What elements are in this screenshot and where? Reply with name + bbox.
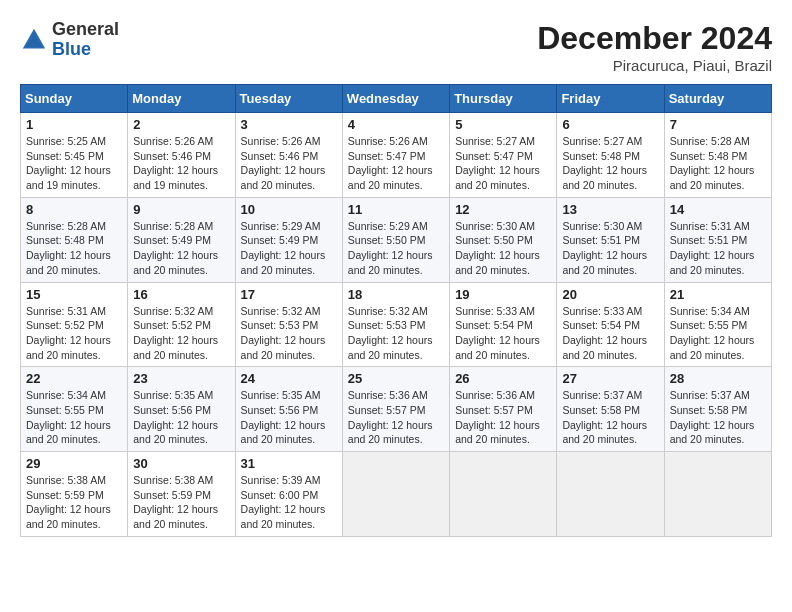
day-number: 28 xyxy=(670,371,766,386)
calendar-cell xyxy=(557,452,664,537)
day-info: Sunrise: 5:27 AM Sunset: 5:48 PM Dayligh… xyxy=(562,134,658,193)
month-title: December 2024 xyxy=(537,20,772,57)
calendar-cell: 3Sunrise: 5:26 AM Sunset: 5:46 PM Daylig… xyxy=(235,113,342,198)
calendar-cell: 29Sunrise: 5:38 AM Sunset: 5:59 PM Dayli… xyxy=(21,452,128,537)
day-header-friday: Friday xyxy=(557,85,664,113)
calendar-table: SundayMondayTuesdayWednesdayThursdayFrid… xyxy=(20,84,772,537)
calendar-cell: 19Sunrise: 5:33 AM Sunset: 5:54 PM Dayli… xyxy=(450,282,557,367)
day-number: 8 xyxy=(26,202,122,217)
day-info: Sunrise: 5:28 AM Sunset: 5:49 PM Dayligh… xyxy=(133,219,229,278)
day-number: 25 xyxy=(348,371,444,386)
day-number: 7 xyxy=(670,117,766,132)
day-info: Sunrise: 5:34 AM Sunset: 5:55 PM Dayligh… xyxy=(670,304,766,363)
day-info: Sunrise: 5:25 AM Sunset: 5:45 PM Dayligh… xyxy=(26,134,122,193)
day-number: 3 xyxy=(241,117,337,132)
calendar-cell: 13Sunrise: 5:30 AM Sunset: 5:51 PM Dayli… xyxy=(557,197,664,282)
day-header-sunday: Sunday xyxy=(21,85,128,113)
calendar-cell: 23Sunrise: 5:35 AM Sunset: 5:56 PM Dayli… xyxy=(128,367,235,452)
day-number: 14 xyxy=(670,202,766,217)
day-number: 31 xyxy=(241,456,337,471)
calendar-cell xyxy=(342,452,449,537)
calendar-cell: 31Sunrise: 5:39 AM Sunset: 6:00 PM Dayli… xyxy=(235,452,342,537)
day-number: 5 xyxy=(455,117,551,132)
day-info: Sunrise: 5:33 AM Sunset: 5:54 PM Dayligh… xyxy=(455,304,551,363)
calendar-cell: 28Sunrise: 5:37 AM Sunset: 5:58 PM Dayli… xyxy=(664,367,771,452)
page-header: General Blue December 2024 Piracuruca, P… xyxy=(20,20,772,74)
day-info: Sunrise: 5:26 AM Sunset: 5:46 PM Dayligh… xyxy=(133,134,229,193)
calendar-cell: 10Sunrise: 5:29 AM Sunset: 5:49 PM Dayli… xyxy=(235,197,342,282)
day-number: 6 xyxy=(562,117,658,132)
day-info: Sunrise: 5:29 AM Sunset: 5:49 PM Dayligh… xyxy=(241,219,337,278)
day-info: Sunrise: 5:29 AM Sunset: 5:50 PM Dayligh… xyxy=(348,219,444,278)
day-number: 4 xyxy=(348,117,444,132)
day-number: 27 xyxy=(562,371,658,386)
calendar-cell xyxy=(450,452,557,537)
logo-icon xyxy=(20,26,48,54)
calendar-cell: 18Sunrise: 5:32 AM Sunset: 5:53 PM Dayli… xyxy=(342,282,449,367)
day-info: Sunrise: 5:39 AM Sunset: 6:00 PM Dayligh… xyxy=(241,473,337,532)
calendar-cell: 25Sunrise: 5:36 AM Sunset: 5:57 PM Dayli… xyxy=(342,367,449,452)
calendar-cell: 26Sunrise: 5:36 AM Sunset: 5:57 PM Dayli… xyxy=(450,367,557,452)
calendar-cell: 16Sunrise: 5:32 AM Sunset: 5:52 PM Dayli… xyxy=(128,282,235,367)
day-info: Sunrise: 5:28 AM Sunset: 5:48 PM Dayligh… xyxy=(26,219,122,278)
day-number: 29 xyxy=(26,456,122,471)
day-number: 2 xyxy=(133,117,229,132)
calendar-cell: 8Sunrise: 5:28 AM Sunset: 5:48 PM Daylig… xyxy=(21,197,128,282)
day-info: Sunrise: 5:32 AM Sunset: 5:53 PM Dayligh… xyxy=(348,304,444,363)
day-number: 18 xyxy=(348,287,444,302)
logo-general: General xyxy=(52,19,119,39)
day-number: 19 xyxy=(455,287,551,302)
day-number: 9 xyxy=(133,202,229,217)
day-info: Sunrise: 5:38 AM Sunset: 5:59 PM Dayligh… xyxy=(133,473,229,532)
day-info: Sunrise: 5:27 AM Sunset: 5:47 PM Dayligh… xyxy=(455,134,551,193)
day-number: 23 xyxy=(133,371,229,386)
day-info: Sunrise: 5:35 AM Sunset: 5:56 PM Dayligh… xyxy=(241,388,337,447)
calendar-cell: 6Sunrise: 5:27 AM Sunset: 5:48 PM Daylig… xyxy=(557,113,664,198)
calendar-cell: 21Sunrise: 5:34 AM Sunset: 5:55 PM Dayli… xyxy=(664,282,771,367)
day-number: 10 xyxy=(241,202,337,217)
calendar-cell: 1Sunrise: 5:25 AM Sunset: 5:45 PM Daylig… xyxy=(21,113,128,198)
logo: General Blue xyxy=(20,20,119,60)
day-info: Sunrise: 5:37 AM Sunset: 5:58 PM Dayligh… xyxy=(670,388,766,447)
calendar-cell: 11Sunrise: 5:29 AM Sunset: 5:50 PM Dayli… xyxy=(342,197,449,282)
calendar-cell: 14Sunrise: 5:31 AM Sunset: 5:51 PM Dayli… xyxy=(664,197,771,282)
calendar-cell: 5Sunrise: 5:27 AM Sunset: 5:47 PM Daylig… xyxy=(450,113,557,198)
day-info: Sunrise: 5:38 AM Sunset: 5:59 PM Dayligh… xyxy=(26,473,122,532)
location-subtitle: Piracuruca, Piaui, Brazil xyxy=(537,57,772,74)
calendar-cell: 12Sunrise: 5:30 AM Sunset: 5:50 PM Dayli… xyxy=(450,197,557,282)
logo-blue: Blue xyxy=(52,39,91,59)
calendar-cell: 15Sunrise: 5:31 AM Sunset: 5:52 PM Dayli… xyxy=(21,282,128,367)
day-info: Sunrise: 5:32 AM Sunset: 5:53 PM Dayligh… xyxy=(241,304,337,363)
day-number: 15 xyxy=(26,287,122,302)
day-info: Sunrise: 5:26 AM Sunset: 5:47 PM Dayligh… xyxy=(348,134,444,193)
logo-text: General Blue xyxy=(52,20,119,60)
calendar-cell: 22Sunrise: 5:34 AM Sunset: 5:55 PM Dayli… xyxy=(21,367,128,452)
day-header-wednesday: Wednesday xyxy=(342,85,449,113)
day-number: 12 xyxy=(455,202,551,217)
day-info: Sunrise: 5:31 AM Sunset: 5:52 PM Dayligh… xyxy=(26,304,122,363)
calendar-cell: 20Sunrise: 5:33 AM Sunset: 5:54 PM Dayli… xyxy=(557,282,664,367)
day-number: 20 xyxy=(562,287,658,302)
calendar-cell: 2Sunrise: 5:26 AM Sunset: 5:46 PM Daylig… xyxy=(128,113,235,198)
day-number: 21 xyxy=(670,287,766,302)
day-number: 16 xyxy=(133,287,229,302)
day-info: Sunrise: 5:31 AM Sunset: 5:51 PM Dayligh… xyxy=(670,219,766,278)
day-info: Sunrise: 5:36 AM Sunset: 5:57 PM Dayligh… xyxy=(348,388,444,447)
day-number: 1 xyxy=(26,117,122,132)
day-info: Sunrise: 5:26 AM Sunset: 5:46 PM Dayligh… xyxy=(241,134,337,193)
calendar-cell xyxy=(664,452,771,537)
day-info: Sunrise: 5:36 AM Sunset: 5:57 PM Dayligh… xyxy=(455,388,551,447)
calendar-cell: 4Sunrise: 5:26 AM Sunset: 5:47 PM Daylig… xyxy=(342,113,449,198)
day-info: Sunrise: 5:28 AM Sunset: 5:48 PM Dayligh… xyxy=(670,134,766,193)
day-header-saturday: Saturday xyxy=(664,85,771,113)
day-number: 24 xyxy=(241,371,337,386)
day-info: Sunrise: 5:34 AM Sunset: 5:55 PM Dayligh… xyxy=(26,388,122,447)
day-info: Sunrise: 5:33 AM Sunset: 5:54 PM Dayligh… xyxy=(562,304,658,363)
calendar-cell: 9Sunrise: 5:28 AM Sunset: 5:49 PM Daylig… xyxy=(128,197,235,282)
day-number: 26 xyxy=(455,371,551,386)
calendar-cell: 17Sunrise: 5:32 AM Sunset: 5:53 PM Dayli… xyxy=(235,282,342,367)
day-header-tuesday: Tuesday xyxy=(235,85,342,113)
day-info: Sunrise: 5:35 AM Sunset: 5:56 PM Dayligh… xyxy=(133,388,229,447)
day-number: 30 xyxy=(133,456,229,471)
day-number: 13 xyxy=(562,202,658,217)
